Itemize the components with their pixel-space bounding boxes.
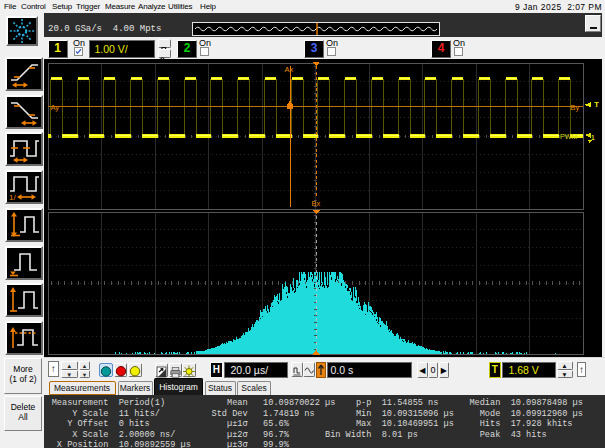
- svg-text:PWM: PWM: [560, 132, 578, 141]
- svg-text:By: By: [571, 103, 580, 112]
- svg-text:Ax: Ax: [285, 65, 294, 74]
- svg-text:1/: 1/: [9, 193, 16, 201]
- svg-text:Bx: Bx: [312, 199, 321, 208]
- svg-text:Ay: Ay: [51, 103, 60, 112]
- svg-text:1: 1: [591, 134, 595, 141]
- svg-text:T: T: [594, 100, 599, 109]
